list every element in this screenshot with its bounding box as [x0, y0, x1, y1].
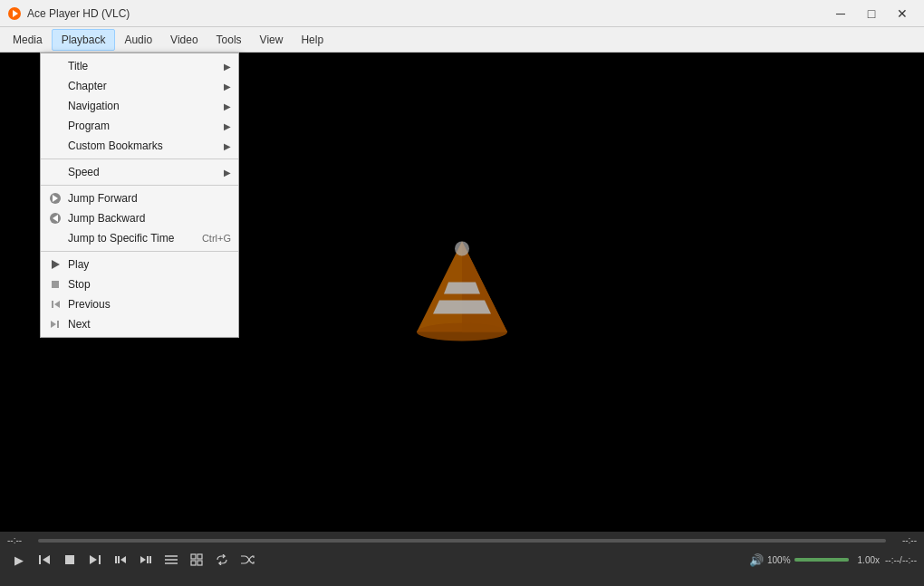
frame-next-button[interactable] [134, 549, 158, 571]
previous-icon [48, 297, 63, 312]
svg-marker-19 [43, 555, 50, 564]
time-bar-area: --:-- --:-- [0, 532, 924, 547]
svg-rect-14 [52, 301, 53, 308]
svg-rect-18 [39, 555, 41, 564]
next-button[interactable] [83, 549, 107, 571]
separator-2 [41, 185, 238, 186]
time-remaining: --:-- [891, 535, 917, 545]
playlist-button[interactable] [159, 549, 183, 571]
svg-marker-28 [140, 556, 146, 563]
menu-playback[interactable]: Playback [52, 29, 116, 51]
menu-tools[interactable]: Tools [207, 30, 251, 50]
frame-prev-button[interactable] [109, 549, 132, 571]
svg-point-7 [455, 241, 469, 255]
volume-percent: 100% [767, 555, 791, 565]
volume-bar[interactable] [794, 558, 849, 562]
prev-button[interactable] [33, 549, 56, 571]
menu-item-stop[interactable]: Stop [41, 274, 238, 294]
svg-rect-21 [99, 555, 101, 564]
volume-area: 🔊 100% [749, 553, 849, 567]
svg-point-6 [417, 322, 507, 341]
svg-marker-12 [52, 260, 60, 269]
menu-item-jump-backward[interactable]: Jump Backward [41, 208, 238, 228]
svg-marker-17 [51, 321, 56, 328]
title-bar: Ace Player HD (VLC) ─ □ ✕ [0, 0, 924, 27]
menu-item-speed[interactable]: Speed ▶ [41, 162, 238, 182]
extended-settings-button[interactable] [185, 549, 208, 571]
maximize-button[interactable]: □ [857, 4, 886, 24]
separator-1 [41, 159, 238, 159]
play-icon [48, 257, 63, 272]
controls-row: ▶ [0, 547, 924, 572]
random-button[interactable] [236, 549, 259, 571]
menu-item-jump-specific[interactable]: Jump to Specific Time Ctrl+G [41, 228, 238, 248]
stop-button[interactable] [58, 549, 82, 571]
progress-bar[interactable] [38, 539, 886, 543]
svg-marker-22 [90, 555, 97, 564]
svg-marker-5 [444, 282, 480, 293]
svg-marker-4 [433, 300, 491, 313]
menu-help[interactable]: Help [292, 30, 332, 50]
next-icon [48, 317, 63, 331]
menu-item-custom-bookmarks[interactable]: Custom Bookmarks ▶ [41, 136, 238, 156]
main-video-area: Title ▶ Chapter ▶ Navigation ▶ Program ▶… [0, 53, 924, 532]
app-title: Ace Player HD (VLC) [27, 7, 130, 20]
jump-backward-icon [48, 211, 63, 226]
svg-rect-24 [118, 556, 120, 563]
menu-item-jump-forward[interactable]: Jump Forward [41, 188, 238, 208]
menu-item-program[interactable]: Program ▶ [41, 116, 238, 136]
volume-icon: 🔊 [749, 553, 764, 567]
titlebar-controls: ─ □ ✕ [826, 4, 917, 24]
jump-forward-icon [48, 191, 63, 206]
menu-item-previous[interactable]: Previous [41, 294, 238, 314]
time-elapsed: --:-- [7, 535, 33, 545]
menu-view[interactable]: View [251, 30, 293, 50]
playback-speed: 1.00x [858, 555, 880, 565]
svg-rect-35 [197, 561, 202, 565]
svg-rect-23 [115, 556, 117, 563]
controls-area: --:-- --:-- ▶ [0, 532, 924, 586]
svg-marker-25 [120, 556, 126, 563]
svg-rect-33 [197, 554, 202, 559]
svg-rect-27 [147, 556, 149, 563]
separator-3 [41, 251, 238, 252]
menu-item-navigation[interactable]: Navigation ▶ [41, 96, 238, 116]
menu-media[interactable]: Media [4, 30, 52, 50]
minimize-button[interactable]: ─ [826, 4, 855, 24]
svg-rect-34 [191, 561, 196, 565]
menu-item-play[interactable]: Play [41, 255, 238, 274]
menu-item-chapter[interactable]: Chapter ▶ [41, 76, 238, 96]
svg-marker-15 [54, 301, 60, 308]
menu-item-next[interactable]: Next [41, 314, 238, 334]
svg-rect-16 [57, 321, 59, 328]
svg-rect-20 [65, 555, 74, 564]
menu-item-title[interactable]: Title ▶ [41, 56, 238, 76]
svg-rect-26 [149, 556, 151, 563]
loop-button[interactable] [210, 549, 234, 571]
vlc-watermark [408, 232, 516, 352]
svg-rect-32 [191, 554, 196, 559]
playback-dropdown-menu: Title ▶ Chapter ▶ Navigation ▶ Program ▶… [40, 53, 239, 338]
stop-icon [48, 277, 63, 292]
app-icon [7, 6, 22, 21]
time-total: --:--/--:-- [885, 555, 917, 565]
menu-audio[interactable]: Audio [115, 30, 161, 50]
play-button[interactable]: ▶ [7, 549, 31, 571]
menu-video[interactable]: Video [161, 30, 207, 50]
close-button[interactable]: ✕ [888, 4, 917, 24]
title-bar-left: Ace Player HD (VLC) [7, 6, 130, 21]
volume-bar-fill [794, 558, 849, 562]
svg-rect-13 [52, 281, 59, 288]
menu-bar: Media Playback Audio Video Tools View He… [0, 27, 924, 53]
